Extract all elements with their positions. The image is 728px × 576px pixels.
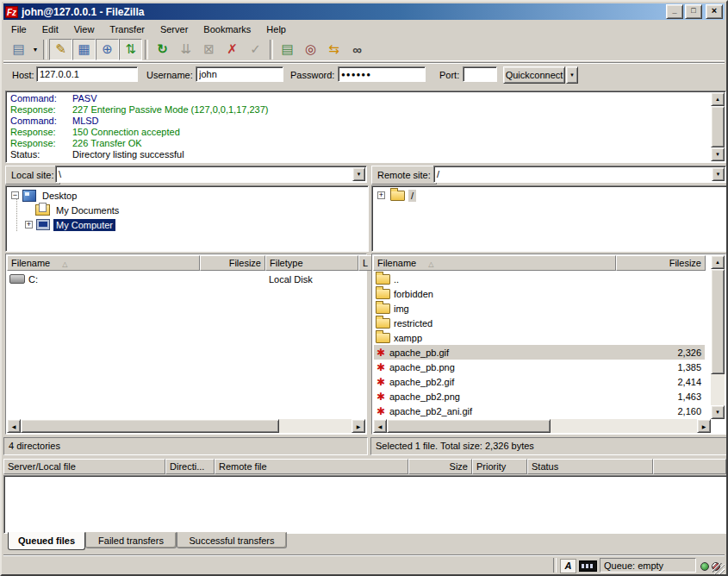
- combo-dropdown-button[interactable]: ▼: [712, 167, 725, 181]
- log-line: Response:227 Entering Passive Mode (127,…: [10, 104, 711, 116]
- column-header-filetype[interactable]: Filetype: [265, 255, 358, 271]
- column-header-remote-file[interactable]: Remote file: [215, 459, 408, 474]
- tab-failed-transfers[interactable]: Failed transfers: [85, 532, 177, 548]
- column-header-filesize[interactable]: Filesize: [616, 255, 706, 271]
- remote-list-vscrollbar[interactable]: ▲ ▼: [711, 255, 725, 419]
- toggle-queue-button[interactable]: ⇅: [119, 39, 142, 60]
- column-header-server-local-file[interactable]: Server/Local file: [3, 459, 165, 474]
- column-header-priority[interactable]: Priority: [472, 459, 527, 474]
- column-header-size[interactable]: Size: [408, 459, 472, 474]
- refresh-button[interactable]: ↻: [151, 39, 174, 60]
- scrollbar-thumb[interactable]: [21, 419, 279, 433]
- drive-icon: [9, 274, 25, 284]
- transfer-type-indicator[interactable]: A: [560, 559, 576, 573]
- quickconnect-button[interactable]: Quickconnect: [503, 66, 565, 84]
- remote-site-combo[interactable]: / ▼: [433, 166, 726, 183]
- scroll-down-button[interactable]: ▼: [711, 405, 725, 419]
- process-queue-button[interactable]: ⇊: [174, 39, 197, 60]
- synchronized-browsing-button[interactable]: ⇆: [322, 39, 345, 60]
- binoculars-icon: ∞: [352, 42, 362, 57]
- remote-list-hscrollbar[interactable]: ◀ ▶: [373, 419, 711, 433]
- scroll-down-button[interactable]: ▼: [711, 147, 725, 161]
- local-list-hscrollbar[interactable]: ◀ ▶: [7, 419, 365, 433]
- scroll-left-button[interactable]: ◀: [7, 419, 21, 433]
- menu-bookmarks[interactable]: Bookmarks: [196, 22, 258, 36]
- expand-icon[interactable]: +: [25, 221, 33, 229]
- file-row-selected[interactable]: ✱apache_pb.gif2,326: [374, 345, 705, 360]
- expand-icon[interactable]: +: [377, 191, 385, 199]
- combo-dropdown-button[interactable]: ▼: [352, 167, 365, 181]
- queue-list[interactable]: [3, 475, 728, 534]
- local-site-label: Local site:: [5, 166, 60, 185]
- menu-transfer[interactable]: Transfer: [102, 22, 152, 36]
- close-button[interactable]: ×: [706, 4, 723, 19]
- filter-button[interactable]: ▤: [276, 39, 299, 60]
- toggle-message-log-button[interactable]: ✎: [49, 39, 72, 60]
- minimize-button[interactable]: _: [666, 4, 683, 19]
- site-manager-button[interactable]: ▤: [7, 39, 30, 60]
- resize-grip[interactable]: [712, 563, 725, 575]
- file-row-local-disk[interactable]: C: Local Disk: [8, 272, 366, 286]
- menu-help[interactable]: Help: [258, 22, 294, 36]
- remote-site-row: Remote site: / ▼: [371, 166, 726, 185]
- toggle-local-tree-button[interactable]: ▦: [72, 39, 96, 60]
- disconnect-button[interactable]: ✗: [221, 39, 244, 60]
- scrollbar-thumb[interactable]: [387, 419, 551, 433]
- scrollbar-thumb[interactable]: [711, 269, 725, 374]
- log-scrollbar[interactable]: ▲ ▼: [711, 92, 725, 161]
- column-header-filename[interactable]: Filename△: [7, 255, 200, 271]
- port-input[interactable]: [463, 66, 497, 82]
- tab-queued-files[interactable]: Queued files: [8, 532, 85, 550]
- folder-row[interactable]: forbidden: [374, 286, 705, 301]
- tree-item-desktop[interactable]: − Desktop: [11, 188, 79, 203]
- cancel-operation-button[interactable]: ⊠: [197, 39, 221, 60]
- column-header-status[interactable]: Status: [527, 459, 653, 474]
- host-input[interactable]: [36, 66, 138, 82]
- column-header-filename[interactable]: Filename△: [373, 255, 616, 271]
- local-file-list: Filename△ Filesize Filetype L C: Local D…: [5, 254, 367, 435]
- scroll-up-button[interactable]: ▲: [711, 92, 725, 106]
- maximize-button[interactable]: □: [685, 4, 702, 19]
- menu-edit[interactable]: Edit: [34, 22, 66, 36]
- scroll-right-button[interactable]: ▶: [352, 419, 365, 433]
- menu-server[interactable]: Server: [152, 22, 196, 36]
- file-name: ..: [394, 274, 399, 285]
- column-header-filesize[interactable]: Filesize: [200, 255, 265, 271]
- title-bar: Fz john@127.0.0.1 - FileZilla _ □ ×: [3, 3, 725, 20]
- arrow-up-icon: ▲: [715, 260, 720, 265]
- tree-item-root[interactable]: + /: [377, 188, 416, 203]
- file-row[interactable]: ✱apache_pb2.png1,463: [374, 389, 705, 404]
- file-row[interactable]: ✱apache_pb2_ani.gif2,160: [374, 404, 705, 418]
- folder-row[interactable]: restricted: [374, 316, 705, 330]
- local-status-text: 4 directories: [3, 437, 368, 455]
- column-header-direction[interactable]: Directi...: [165, 459, 215, 474]
- file-row[interactable]: ✱apache_pb.png1,385: [374, 360, 705, 374]
- site-manager-dropdown-button[interactable]: ▼: [30, 40, 40, 59]
- toggle-remote-tree-button[interactable]: ⊕: [96, 39, 119, 60]
- tree-item-my-documents[interactable]: My Documents: [32, 203, 121, 217]
- menu-view[interactable]: View: [66, 22, 103, 36]
- tab-successful-transfers[interactable]: Successful transfers: [177, 532, 287, 548]
- compare-directories-button[interactable]: ◎: [299, 39, 322, 60]
- menu-file[interactable]: File: [3, 22, 34, 36]
- collapse-icon[interactable]: −: [11, 191, 19, 199]
- password-input[interactable]: [338, 66, 426, 82]
- quickconnect-dropdown-button[interactable]: ▼: [566, 66, 578, 84]
- local-site-combo[interactable]: \ ▼: [55, 166, 367, 183]
- tree-item-my-computer[interactable]: + My Computer: [25, 217, 115, 232]
- file-row[interactable]: ✱apache_pb2.gif2,414: [374, 374, 705, 389]
- folder-row[interactable]: xampp: [374, 330, 705, 345]
- reconnect-button[interactable]: ✓: [244, 39, 267, 60]
- chevron-down-icon: ▼: [357, 172, 362, 177]
- scroll-right-button[interactable]: ▶: [697, 419, 711, 433]
- toolbar-separator: [145, 40, 148, 59]
- scroll-up-button[interactable]: ▲: [711, 255, 725, 269]
- find-files-button[interactable]: ∞: [345, 39, 369, 60]
- folder-row[interactable]: ..: [374, 272, 705, 286]
- indicator-badge-icon[interactable]: [579, 560, 597, 572]
- scroll-left-button[interactable]: ◀: [373, 419, 387, 433]
- folder-row[interactable]: img: [374, 301, 705, 316]
- image-file-icon: ✱: [374, 406, 388, 416]
- scrollbar-thumb[interactable]: [711, 106, 725, 147]
- username-input[interactable]: [196, 66, 283, 82]
